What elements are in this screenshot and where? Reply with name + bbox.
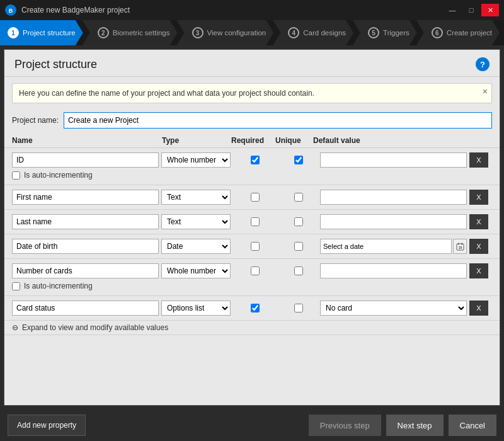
help-button[interactable]: ? bbox=[476, 57, 490, 71]
properties-list[interactable]: Whole numberTextDateOptions listDecimal … bbox=[4, 148, 500, 405]
next-step-button[interactable]: Next step bbox=[386, 415, 444, 436]
required-checkbox[interactable] bbox=[251, 217, 260, 226]
unique-checkbox[interactable] bbox=[294, 217, 303, 226]
unique-checkbox[interactable] bbox=[294, 266, 303, 275]
col-type: Type bbox=[162, 136, 231, 145]
wizard-step-1[interactable]: 1Project structure bbox=[0, 20, 83, 45]
property-name-input[interactable] bbox=[12, 239, 159, 254]
required-checkbox[interactable] bbox=[251, 304, 260, 312]
step-label: Biometric settings bbox=[113, 29, 170, 37]
unique-cell bbox=[280, 242, 318, 251]
required-checkbox[interactable] bbox=[251, 193, 260, 202]
wizard-step-5[interactable]: 5Triggers bbox=[353, 20, 417, 45]
minimize-button[interactable]: — bbox=[444, 4, 461, 16]
required-cell bbox=[233, 193, 277, 202]
unique-checkbox[interactable] bbox=[294, 193, 303, 202]
unique-checkbox[interactable] bbox=[294, 156, 303, 164]
default-value-input[interactable] bbox=[320, 152, 467, 168]
type-select[interactable]: Whole numberTextDateOptions listDecimal … bbox=[161, 263, 231, 278]
required-checkbox[interactable] bbox=[251, 156, 260, 164]
default-value-input[interactable] bbox=[320, 190, 467, 205]
auto-increment-label: Is auto-incrementing bbox=[24, 282, 93, 290]
prop-main-row: Whole numberTextDateOptions listDecimal … bbox=[12, 188, 492, 207]
wizard-step-4[interactable]: 4Card designs bbox=[273, 20, 353, 45]
delete-button[interactable]: X bbox=[469, 190, 488, 205]
property-name-input[interactable] bbox=[12, 152, 159, 168]
cancel-button[interactable]: Cancel bbox=[449, 415, 496, 436]
expand-row[interactable]: ⊖ Expand to view and modify available va… bbox=[4, 321, 500, 335]
delete-button[interactable]: X bbox=[469, 214, 488, 229]
project-name-input[interactable] bbox=[64, 112, 492, 129]
prop-main-row: Whole numberTextDateOptions listDecimal … bbox=[12, 212, 492, 231]
svg-rect-3 bbox=[458, 243, 459, 244]
required-cell bbox=[233, 217, 277, 226]
required-checkbox[interactable] bbox=[251, 266, 260, 275]
wizard-step-2[interactable]: 2Biometric settings bbox=[83, 20, 178, 45]
wizard-step-6[interactable]: 6Create project bbox=[416, 20, 500, 45]
main-content: Project structure ? Here you can define … bbox=[4, 49, 500, 406]
step-num: 6 bbox=[432, 27, 443, 38]
table-row: Whole numberTextDateOptions listDecimal … bbox=[4, 234, 500, 259]
prop-main-row: Whole numberTextDateOptions listDecimal … bbox=[12, 237, 492, 256]
table-row: Whole numberTextDateOptions listDecimal … bbox=[4, 296, 500, 321]
prop-main-row: Whole numberTextDateOptions listDecimal … bbox=[12, 299, 492, 318]
add-property-button[interactable]: Add new property bbox=[8, 415, 86, 436]
svg-text:B: B bbox=[9, 8, 13, 14]
auto-increment-checkbox[interactable] bbox=[12, 282, 20, 290]
calendar-icon[interactable]: 15 bbox=[453, 239, 467, 254]
type-select[interactable]: Whole numberTextDateOptions listDecimal … bbox=[161, 152, 231, 168]
app-logo: B bbox=[5, 4, 16, 16]
expand-label: Expand to view and modify available valu… bbox=[22, 323, 168, 332]
step-label: Triggers bbox=[383, 29, 410, 37]
table-row: Whole numberTextDateOptions listDecimal … bbox=[4, 185, 500, 210]
default-value-input[interactable] bbox=[320, 214, 467, 229]
close-button[interactable]: ✕ bbox=[481, 4, 499, 16]
type-select[interactable]: Whole numberTextDateOptions listDecimal … bbox=[161, 301, 231, 316]
type-select[interactable]: Whole numberTextDateOptions listDecimal … bbox=[161, 239, 231, 254]
date-input[interactable] bbox=[320, 239, 452, 254]
info-close-button[interactable]: × bbox=[483, 86, 488, 96]
default-value-input[interactable] bbox=[320, 263, 467, 278]
required-checkbox[interactable] bbox=[251, 242, 260, 251]
date-default-cell: 15 bbox=[320, 239, 467, 254]
property-name-input[interactable] bbox=[12, 263, 159, 278]
delete-button[interactable]: X bbox=[469, 263, 488, 278]
table-row: Whole numberTextDateOptions listDecimal … bbox=[4, 148, 500, 185]
required-cell bbox=[233, 266, 277, 275]
svg-text:15: 15 bbox=[458, 245, 462, 249]
titlebar: B Create new BadgeMaker project — □ ✕ bbox=[0, 0, 504, 20]
previous-step-button[interactable]: Previous step bbox=[309, 415, 381, 436]
required-cell bbox=[233, 304, 277, 312]
unique-checkbox[interactable] bbox=[294, 304, 303, 312]
info-banner: Here you can define the name of your pro… bbox=[12, 83, 492, 103]
options-default-select[interactable]: No card bbox=[320, 301, 467, 316]
delete-button[interactable]: X bbox=[469, 239, 488, 254]
page-title: Project structure bbox=[14, 58, 97, 71]
step-label: Card designs bbox=[303, 29, 346, 37]
property-name-input[interactable] bbox=[12, 301, 159, 316]
step-num: 5 bbox=[368, 27, 379, 38]
step-num: 4 bbox=[288, 27, 299, 38]
delete-button[interactable]: X bbox=[469, 301, 488, 316]
property-name-input[interactable] bbox=[12, 190, 159, 205]
type-select[interactable]: Whole numberTextDateOptions listDecimal … bbox=[161, 190, 231, 205]
type-select[interactable]: Whole numberTextDateOptions listDecimal … bbox=[161, 214, 231, 229]
col-default: Default value bbox=[313, 136, 463, 145]
unique-cell bbox=[280, 156, 318, 164]
auto-increment-checkbox[interactable] bbox=[12, 171, 20, 180]
unique-checkbox[interactable] bbox=[294, 242, 303, 251]
unique-cell bbox=[280, 217, 318, 226]
prop-main-row: Whole numberTextDateOptions listDecimal … bbox=[12, 261, 492, 280]
property-name-input[interactable] bbox=[12, 214, 159, 229]
step-num: 2 bbox=[98, 27, 109, 38]
window-title: Create new BadgeMaker project bbox=[21, 6, 438, 14]
col-name: Name bbox=[12, 136, 162, 145]
wizard-step-3[interactable]: 3View configuration bbox=[177, 20, 274, 45]
step-label: Project structure bbox=[23, 29, 76, 37]
window-controls: — □ ✕ bbox=[444, 4, 499, 16]
expand-icon: ⊖ bbox=[12, 323, 18, 332]
restore-button[interactable]: □ bbox=[462, 4, 480, 16]
sub-row: Is auto-incrementing bbox=[12, 280, 492, 293]
delete-button[interactable]: X bbox=[469, 152, 488, 168]
unique-cell bbox=[280, 266, 318, 275]
